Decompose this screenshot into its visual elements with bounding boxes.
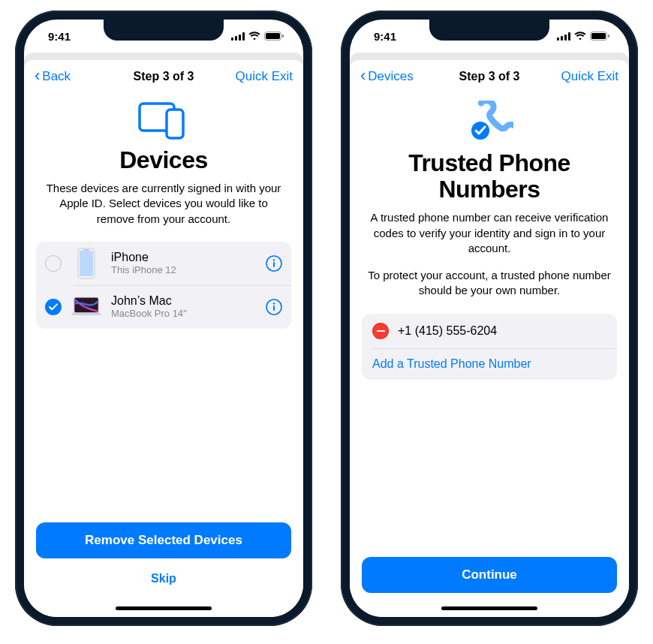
svg-rect-3 [242, 32, 245, 41]
bottom-actions: Continue [350, 557, 629, 599]
devices-hero-icon [36, 101, 291, 140]
nav-bar: ‹ Back Step 3 of 3 Quick Exit [24, 60, 303, 93]
info-icon[interactable] [266, 255, 282, 272]
quick-exit-button[interactable]: Quick Exit [554, 69, 618, 84]
wifi-icon [574, 32, 586, 41]
radio-unchecked-icon[interactable] [45, 255, 62, 272]
phone-frame-right: 9:41 ‹ Devices Step 3 of 3 Quick Exit [341, 11, 638, 626]
chevron-left-icon: ‹ [35, 68, 40, 84]
svg-rect-0 [231, 38, 233, 41]
status-indicators [557, 32, 609, 41]
content-area: Trusted Phone Numbers A trusted phone nu… [350, 93, 629, 557]
svg-point-18 [273, 302, 275, 305]
page-description-1: A trusted phone number can receive verif… [362, 210, 617, 256]
battery-icon [264, 32, 284, 41]
wifi-icon [248, 32, 260, 41]
cellular-icon [557, 32, 570, 41]
modal-sheet: ‹ Devices Step 3 of 3 Quick Exit Trusted… [350, 60, 629, 617]
back-button[interactable]: ‹ Devices [360, 69, 425, 84]
svg-rect-26 [608, 35, 609, 38]
device-model: This iPhone 12 [111, 264, 257, 275]
notch [104, 20, 224, 41]
info-icon[interactable] [266, 299, 282, 315]
continue-button[interactable]: Continue [362, 557, 617, 593]
phone-frame-left: 9:41 ‹ Back Step 3 of 3 Quick Exit [15, 11, 312, 626]
device-name: John’s Mac [111, 294, 257, 308]
step-indicator: Step 3 of 3 [459, 70, 520, 83]
radio-checked-icon[interactable] [45, 299, 62, 315]
back-label: Back [42, 69, 71, 84]
status-time: 9:41 [374, 30, 396, 43]
svg-rect-11 [83, 249, 89, 251]
svg-rect-14 [273, 262, 275, 267]
chevron-left-icon: ‹ [360, 68, 366, 84]
trusted-numbers-list: +1 (415) 555-6204 Add a Trusted Phone Nu… [362, 314, 617, 380]
trusted-number: +1 (415) 555-6204 [398, 324, 497, 338]
remove-devices-button[interactable]: Remove Selected Devices [36, 522, 291, 558]
svg-rect-8 [167, 110, 183, 138]
step-indicator: Step 3 of 3 [134, 70, 194, 83]
back-label: Devices [368, 69, 413, 84]
modal-sheet: ‹ Back Step 3 of 3 Quick Exit Devices Th… [24, 60, 303, 617]
phone-screen: 9:41 ‹ Devices Step 3 of 3 Quick Exit [350, 20, 629, 617]
content-area: Devices These devices are currently sign… [24, 93, 303, 522]
macbook-device-icon [71, 291, 102, 323]
svg-rect-21 [561, 36, 563, 41]
quick-exit-label: Quick Exit [561, 69, 618, 84]
svg-rect-19 [273, 305, 275, 311]
status-time: 9:41 [48, 30, 71, 43]
svg-rect-6 [282, 35, 284, 38]
page-description-2: To protect your account, a trusted phone… [362, 268, 617, 299]
nav-bar: ‹ Devices Step 3 of 3 Quick Exit [350, 60, 629, 93]
device-list: iPhone This iPhone 12 [36, 242, 291, 329]
svg-rect-10 [80, 251, 93, 276]
device-row-mac[interactable]: John’s Mac MacBook Pro 14″ [36, 285, 291, 329]
phone-screen: 9:41 ‹ Back Step 3 of 3 Quick Exit [24, 20, 303, 617]
battery-icon [590, 32, 609, 41]
page-title: Trusted Phone Numbers [362, 150, 617, 203]
svg-rect-2 [239, 35, 241, 41]
device-model: MacBook Pro 14″ [111, 308, 257, 319]
home-indicator[interactable] [24, 599, 303, 617]
svg-rect-16 [72, 312, 101, 314]
skip-button[interactable]: Skip [36, 564, 291, 593]
status-indicators [231, 32, 284, 41]
svg-point-13 [273, 259, 275, 261]
add-trusted-number-row[interactable]: Add a Trusted Phone Number [362, 348, 617, 380]
remove-number-icon[interactable] [372, 323, 389, 339]
bottom-actions: Remove Selected Devices Skip [24, 522, 303, 599]
back-button[interactable]: ‹ Back [35, 69, 99, 84]
add-trusted-number-label: Add a Trusted Phone Number [372, 357, 531, 371]
svg-rect-5 [266, 33, 280, 39]
svg-rect-22 [564, 35, 567, 41]
iphone-device-icon [71, 248, 102, 279]
home-indicator[interactable] [350, 599, 629, 617]
svg-rect-20 [557, 38, 559, 41]
svg-rect-25 [591, 33, 606, 39]
device-name: iPhone [111, 251, 257, 264]
svg-rect-23 [568, 32, 570, 41]
device-row-iphone[interactable]: iPhone This iPhone 12 [36, 242, 291, 285]
quick-exit-button[interactable]: Quick Exit [228, 69, 293, 84]
page-description: These devices are currently signed in wi… [36, 181, 291, 227]
notch [429, 20, 549, 41]
page-title: Devices [36, 147, 291, 173]
quick-exit-label: Quick Exit [235, 69, 293, 84]
cellular-icon [231, 32, 245, 41]
trusted-number-row[interactable]: +1 (415) 555-6204 [362, 314, 617, 348]
svg-rect-1 [235, 36, 237, 41]
trusted-phone-hero-icon [362, 101, 617, 143]
